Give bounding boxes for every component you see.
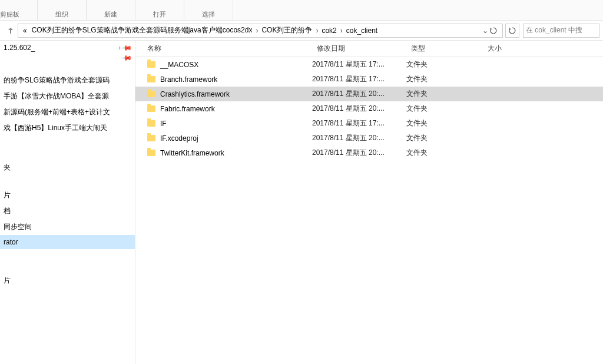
ribbon: 剪贴板 组织 新建 打开 选择 [0,0,603,21]
nav-up-button[interactable] [4,24,18,38]
chevron-right-icon: › [114,44,121,52]
file-name: IF [160,120,167,128]
breadcrumb-part[interactable]: COK列王的纷争SLG策略战争游戏全套源码服务端java客户端cocos2dx [29,24,255,37]
breadcrumb[interactable]: « COK列王的纷争SLG策略战争游戏全套源码服务端java客户端cocos2d… [18,24,503,38]
folder-icon [147,135,155,141]
file-list: 名称 修改日期 类型 大小 __MACOSX2017/8/11 星期五 17:.… [135,41,603,364]
file-name: IF.xcodeproj [160,134,198,143]
nav-project-item[interactable]: 手游【冰雪大作战MOBA】全套源 [0,88,135,104]
nav-other-item[interactable]: 片 [0,273,135,289]
file-date: 2017/8/11 星期五 20:... [312,89,406,99]
breadcrumb-prefix: « [21,25,29,36]
file-type: 文件夹 [406,148,483,158]
nav-section-item[interactable]: 同步空间 [0,219,135,235]
col-name[interactable]: 名称 [135,44,312,54]
breadcrumb-part[interactable]: COK列王的纷争 [259,24,314,37]
folder-icon [147,120,155,127]
ribbon-select[interactable]: 选择 [184,0,233,20]
nav-project-item[interactable]: 的纷争SLG策略战争游戏全套源码 [0,72,135,88]
nav-project-item[interactable]: 新源码(服务端+前端+表格+设计文 [0,104,135,120]
folder-icon [147,105,155,112]
file-date: 2017/8/11 星期五 20:... [312,133,406,143]
pin-icon: 📌 [121,55,133,61]
file-name: Crashlytics.framework [160,90,230,98]
folder-icon [147,61,155,68]
nav-section-item[interactable]: 档 [0,203,135,219]
file-type: 文件夹 [406,118,483,128]
nav-quick-item[interactable]: 📌 [0,55,135,61]
ribbon-clipboard[interactable]: 剪贴板 [0,0,38,20]
file-date: 2017/8/11 星期五 17:... [312,59,406,70]
file-type: 文件夹 [406,133,483,143]
col-size[interactable]: 大小 [483,44,530,54]
pin-icon: 📌 [121,42,133,54]
chevron-right-icon: › [254,27,259,35]
file-type: 文件夹 [406,104,483,114]
chevron-down-icon[interactable]: ⌄ [482,27,488,35]
file-row[interactable]: Fabric.framework2017/8/11 星期五 20:...文件夹 [135,101,603,116]
ribbon-organize[interactable]: 组织 [38,0,87,20]
address-bar-row: « COK列王的纷争SLG策略战争游戏全套源码服务端java客户端cocos2d… [0,21,603,41]
file-row[interactable]: Crashlytics.framework2017/8/11 星期五 20:..… [135,87,603,101]
col-date[interactable]: 修改日期 [312,44,406,54]
chevron-right-icon: › [339,27,344,35]
breadcrumb-part[interactable]: cok2 [319,25,339,36]
file-row[interactable]: Branch.framework2017/8/11 星期五 17:...文件夹 [135,72,603,87]
folder-icon [147,91,155,97]
file-name: Branch.framework [160,75,217,84]
folder-icon [147,76,155,82]
file-row[interactable]: TwitterKit.framework2017/8/11 星期五 20:...… [135,145,603,160]
search-input[interactable]: 在 cok_client 中搜 [523,24,599,38]
file-name: __MACOSX [160,61,198,69]
nav-section-item[interactable]: 夹 [0,160,135,176]
file-type: 文件夹 [406,89,483,99]
ribbon-new[interactable]: 新建 [87,0,135,20]
file-type: 文件夹 [406,74,483,84]
refresh-icon[interactable] [489,27,498,35]
file-date: 2017/8/11 星期五 17:... [312,74,406,84]
file-date: 2017/8/11 星期五 20:... [312,148,406,158]
nav-quick-item[interactable]: 1.25.602_ 📌 › [0,41,135,55]
nav-section-item[interactable]: 片 [0,187,135,203]
file-name: Fabric.framework [160,105,215,113]
ribbon-open[interactable]: 打开 [135,0,184,20]
file-date: 2017/8/11 星期五 20:... [312,104,406,114]
search-placeholder: 在 cok_client 中搜 [526,25,582,35]
file-name: TwitterKit.framework [160,149,224,157]
file-row[interactable]: __MACOSX2017/8/11 星期五 17:...文件夹 [135,57,603,72]
breadcrumb-part[interactable]: cok_client [344,25,380,36]
nav-project-item[interactable]: 戏【西游H5】Linux手工端大闹天 [0,120,135,136]
navigation-pane: 1.25.602_ 📌 › 📌 的纷争SLG策略战争游戏全套源码 手游【冰雪大作… [0,41,135,364]
nav-section-item[interactable]: rator [0,235,135,249]
folder-icon [147,150,155,156]
col-type[interactable]: 类型 [406,44,483,54]
refresh-button[interactable] [505,24,519,38]
file-date: 2017/8/11 星期五 17:... [312,118,406,128]
file-row[interactable]: IF.xcodeproj2017/8/11 星期五 20:...文件夹 [135,131,603,145]
file-row[interactable]: IF2017/8/11 星期五 17:...文件夹 [135,116,603,131]
column-headers: 名称 修改日期 类型 大小 [135,41,603,57]
file-type: 文件夹 [406,59,483,70]
chevron-right-icon: › [314,27,319,35]
